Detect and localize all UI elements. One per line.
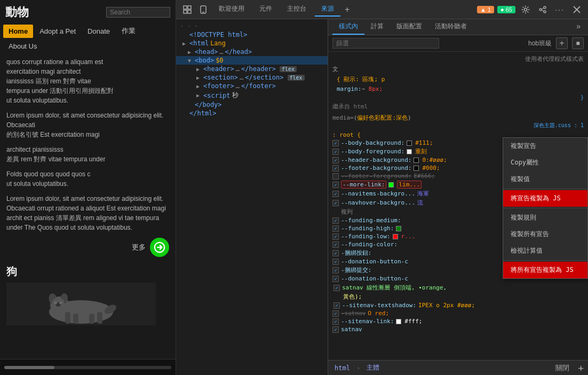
css-checkbox[interactable] xyxy=(332,182,339,188)
css-checkbox[interactable] xyxy=(332,140,339,146)
dots-row: · · · xyxy=(176,22,328,30)
css-checkbox[interactable] xyxy=(332,250,339,256)
css-checkbox[interactable] xyxy=(332,225,339,232)
css-tab-more[interactable]: » xyxy=(573,19,584,35)
css-margin-rule: margin:→ 8px; xyxy=(332,84,584,93)
css-filter-input[interactable] xyxy=(332,38,439,49)
breadcrumb-body[interactable]: 主體 xyxy=(364,362,382,373)
ctx-view-computed[interactable]: 檢視計算值 xyxy=(503,243,587,259)
more-button[interactable] xyxy=(150,238,169,257)
ctx-copy-property[interactable]: Copy屬性 xyxy=(503,154,587,171)
tree-body-close[interactable]: </body> xyxy=(176,100,328,109)
close-devtools-icon[interactable] xyxy=(570,3,584,17)
tree-html-close[interactable]: </html> xyxy=(176,109,328,118)
ctx-copy-rule[interactable]: 複製規則 xyxy=(503,209,587,226)
css-checkbox[interactable] xyxy=(332,318,339,325)
add-button[interactable]: + xyxy=(578,362,584,373)
triangle-icon: ▶ xyxy=(182,41,188,46)
tab-sources[interactable]: 來源 xyxy=(315,2,340,17)
tree-html[interactable]: ▶ <html Lang xyxy=(176,39,328,48)
css-text-section: 文 xyxy=(332,65,584,73)
ctx-copy-declaration[interactable]: 複製宣告 xyxy=(503,138,587,154)
css-checkbox[interactable] xyxy=(332,267,339,274)
svg-rect-10 xyxy=(97,312,102,324)
css-checkbox[interactable] xyxy=(332,149,339,155)
nav-bar: Home Adopt a Pet Donate 作業 xyxy=(0,22,176,40)
tree-doctype[interactable]: <!DOCTYPE html> xyxy=(176,30,328,39)
css-checkbox[interactable] xyxy=(332,165,339,171)
css-checkbox[interactable] xyxy=(333,302,340,309)
tab-listeners[interactable]: 活動聆聽者 xyxy=(428,19,473,35)
add-tab-btn[interactable]: + xyxy=(343,5,352,14)
devtools-bottombar: html › 主體 關閉 + xyxy=(328,360,588,375)
css-checkbox[interactable] xyxy=(332,217,339,224)
css-checkbox[interactable] xyxy=(332,191,339,197)
settings-icon[interactable] xyxy=(519,3,533,17)
color-swatch xyxy=(393,234,398,239)
para-4: Folds quod quos quod quos c ut soluta vo… xyxy=(6,169,169,189)
css-add-button[interactable]: + xyxy=(556,37,568,49)
color-swatch xyxy=(396,319,401,324)
tab-styles[interactable]: 樣式內 xyxy=(332,19,364,35)
css-checkbox[interactable] xyxy=(332,157,339,163)
tab-layout[interactable]: 版面配置 xyxy=(390,19,428,35)
info-icon: ● xyxy=(500,6,504,13)
nav-donate[interactable]: Donate xyxy=(82,25,115,38)
nav-adopt[interactable]: Adopt a Pet xyxy=(34,25,81,38)
alert-badge: ▲ 1 xyxy=(477,6,494,13)
tree-head[interactable]: ▶ <head> … </head> xyxy=(176,48,328,56)
context-menu: 複製宣告 Copy屬性 複製值 將宣告複製為 JS 複製規則 複製所有宣告 檢視… xyxy=(503,137,588,279)
css-checkbox[interactable] xyxy=(332,241,339,248)
tree-header[interactable]: ▶ <header> … </header> flex xyxy=(176,65,328,73)
search-input[interactable] xyxy=(106,7,170,18)
triangle-icon: ▼ xyxy=(188,58,193,64)
para-2: Lorem ipsum dolor, sit amet consectetur … xyxy=(6,111,169,139)
css-copy-button[interactable]: ■ xyxy=(572,37,584,49)
triangle-icon: ▶ xyxy=(188,49,193,55)
tree-script[interactable]: ▶ <script 秒 xyxy=(176,90,328,100)
mobile-icon[interactable] xyxy=(196,3,210,17)
more-label: 更多 xyxy=(132,242,146,253)
tab-computed[interactable]: 計算 xyxy=(364,19,390,35)
info-badge: ● 65 xyxy=(497,6,515,13)
color-swatch xyxy=(407,140,412,146)
nav-home[interactable]: Home xyxy=(3,25,33,38)
css-checkbox[interactable] xyxy=(333,285,340,291)
css-checkbox[interactable] xyxy=(332,310,339,317)
tree-footer[interactable]: ▶ <footer> … </footer> xyxy=(176,82,328,90)
css-checkbox[interactable] xyxy=(332,233,339,240)
left-scrollbar[interactable] xyxy=(0,359,176,375)
css-checkbox[interactable] xyxy=(332,276,339,282)
connect-icon[interactable] xyxy=(536,3,550,17)
color-swatch xyxy=(388,182,394,188)
ctx-copy-all-declarations[interactable]: 複製所有宣告 xyxy=(503,226,587,243)
css-checkbox[interactable] xyxy=(332,200,339,206)
tree-section[interactable]: ▶ <section> … </section> flex xyxy=(176,73,328,82)
ctx-copy-all-as-js[interactable]: 將所有宣告複製為 JS xyxy=(503,262,587,278)
svg-rect-18 xyxy=(188,10,191,13)
inspect-icon[interactable] xyxy=(180,3,194,17)
css-media-query: media=(偏好色彩配置:深色) xyxy=(332,114,584,122)
svg-rect-8 xyxy=(73,314,78,324)
close-button[interactable]: 關閉 xyxy=(555,363,569,373)
ctx-copy-value[interactable]: 複製值 xyxy=(503,171,587,188)
triangle-icon: ▶ xyxy=(196,75,202,81)
tab-components[interactable]: 元件 xyxy=(253,2,279,17)
css-checkbox[interactable] xyxy=(332,326,339,333)
tab-welcome[interactable]: 歡迎使用 xyxy=(212,2,251,17)
nav-about[interactable]: About Us xyxy=(3,40,42,53)
css-checkbox[interactable] xyxy=(332,173,339,179)
tree-body[interactable]: ▼ <bod> $0 xyxy=(176,56,328,65)
para-1: quos corrupt ratione a aliquam est exerc… xyxy=(6,57,169,105)
css-checkbox[interactable] xyxy=(332,259,339,265)
ctx-copy-as-js[interactable]: 將宣告複製為 JS xyxy=(503,190,587,207)
more-options-icon[interactable]: ··· xyxy=(553,3,567,17)
left-panel: 動物 Home Adopt a Pet Donate 作業 About Us q… xyxy=(0,0,176,375)
info-count: 65 xyxy=(506,6,512,13)
flex-badge: flex xyxy=(288,75,305,81)
tab-console[interactable]: 主控台 xyxy=(281,2,313,17)
svg-point-13 xyxy=(54,302,57,304)
css-filter-bar: hob班級 + ■ xyxy=(328,35,588,52)
breadcrumb-html[interactable]: html xyxy=(332,363,352,373)
nav-work[interactable]: 作業 xyxy=(116,24,141,38)
